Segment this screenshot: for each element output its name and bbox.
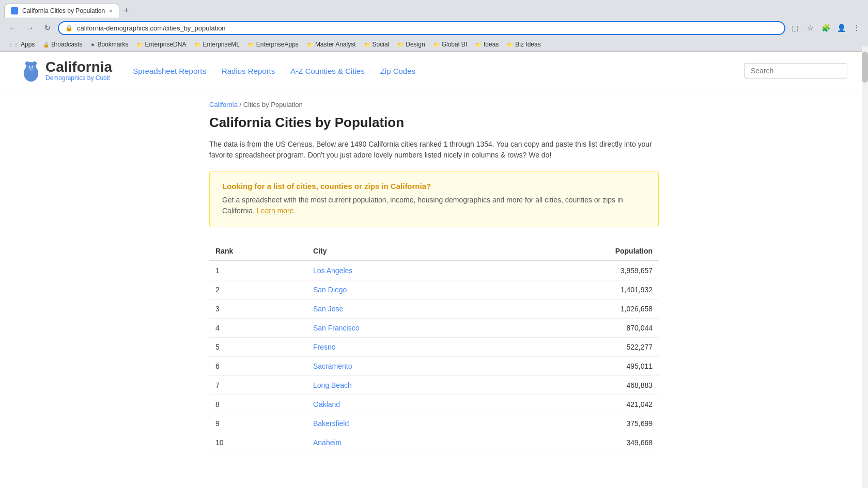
cell-population: 522,277 xyxy=(497,338,659,357)
cell-population: 1,401,932 xyxy=(497,280,659,300)
bookmark-global-bi[interactable]: 📁 Global BI xyxy=(430,40,470,49)
folder-icon-globalbi: 📁 xyxy=(433,42,440,48)
bookmark-apps-label: Apps xyxy=(21,41,35,48)
logo-sub-text: Demographics by Cubit xyxy=(45,74,112,82)
city-link[interactable]: San Francisco xyxy=(313,324,359,332)
scrollbar-thumb[interactable] xyxy=(862,52,868,83)
city-link[interactable]: Anaheim xyxy=(313,438,342,447)
breadcrumb-separator: / xyxy=(240,101,243,108)
back-button[interactable]: ← xyxy=(5,21,20,35)
bookmark-enterprise-apps-label: EnterpriseApps xyxy=(256,41,299,48)
cell-city: Fresno xyxy=(307,338,497,357)
bookmark-master-analyst[interactable]: 📁 Master Analyst xyxy=(304,40,359,49)
table-row: 10Anaheim349,668 xyxy=(209,433,659,452)
bookmark-enterprise-ml[interactable]: 📁 EnterpriseML xyxy=(191,40,242,49)
address-bar[interactable]: 🔒 california-demographics.com/cities_by_… xyxy=(58,21,785,35)
table-row: 4San Francisco870,044 xyxy=(209,319,659,338)
cell-population: 1,026,658 xyxy=(497,300,659,319)
cell-rank: 4 xyxy=(209,319,307,338)
folder-icon-apps: 📁 xyxy=(248,42,254,48)
bookmark-broadcasts[interactable]: 🔒 Broadcasts xyxy=(40,40,85,49)
callout-learn-more-link[interactable]: Learn more. xyxy=(257,207,296,215)
california-bear-icon xyxy=(21,58,41,84)
tab-favicon xyxy=(11,7,18,14)
nav-radius-reports[interactable]: Radius Reports xyxy=(222,67,275,75)
city-link[interactable]: Oakland xyxy=(313,400,340,408)
cell-rank: 5 xyxy=(209,338,307,357)
forward-button[interactable]: → xyxy=(23,21,37,35)
url-text: california-demographics.com/cities_by_po… xyxy=(77,24,778,32)
folder-icon-analyst: 📁 xyxy=(307,42,313,48)
cell-rank: 7 xyxy=(209,376,307,395)
toolbar-icons: ⬚ ☆ 🧩 👤 ⋮ xyxy=(788,22,863,34)
cell-rank: 6 xyxy=(209,357,307,376)
tab-bar: California Cities by Population × + xyxy=(0,0,868,18)
bookmarks-bar: ⋮⋮ Apps 🔒 Broadcasts ★ Bookmarks 📁 Enter… xyxy=(0,38,868,51)
bookmark-ideas[interactable]: 📁 Ideas xyxy=(472,40,502,49)
tab-close-button[interactable]: × xyxy=(109,8,112,14)
table-body: 1Los Angeles3,959,6572San Diego1,401,932… xyxy=(209,261,659,452)
menu-icon[interactable]: ⋮ xyxy=(850,22,863,34)
cell-rank: 3 xyxy=(209,300,307,319)
browser-scrollbar[interactable] xyxy=(862,46,868,465)
svg-point-2 xyxy=(25,61,29,66)
col-population: Population xyxy=(497,242,659,261)
city-link[interactable]: Fresno xyxy=(313,343,336,351)
table-row: 2San Diego1,401,932 xyxy=(209,280,659,300)
bookmark-ideas-label: Ideas xyxy=(484,41,499,48)
table-header: Rank City Population xyxy=(209,242,659,261)
logo-area[interactable]: California Demographics by Cubit xyxy=(21,58,112,84)
col-city: City xyxy=(307,242,497,261)
breadcrumb: California / Cities by Population xyxy=(209,101,659,108)
search-input[interactable] xyxy=(744,63,847,78)
cell-rank: 8 xyxy=(209,395,307,414)
page-title: California Cities by Population xyxy=(209,115,659,131)
broadcasts-icon: 🔒 xyxy=(43,42,49,48)
nav-az-counties-cities[interactable]: A-Z Counties & Cities xyxy=(290,67,364,75)
bookmark-biz-ideas[interactable]: 📁 Biz Ideas xyxy=(504,40,544,49)
cell-city: San Diego xyxy=(307,280,497,300)
cell-population: 870,044 xyxy=(497,319,659,338)
city-link[interactable]: Long Beach xyxy=(313,381,352,389)
browser-chrome: California Cities by Population × + ← → … xyxy=(0,0,868,52)
bookmark-global-bi-label: Global BI xyxy=(442,41,467,48)
breadcrumb-current: Cities by Population xyxy=(243,101,303,108)
city-link[interactable]: San Jose xyxy=(313,305,343,313)
city-link[interactable]: Los Angeles xyxy=(313,266,352,275)
refresh-button[interactable]: ↻ xyxy=(40,21,55,35)
bookmark-enterprise-dna[interactable]: 📁 EnterpriseDNA xyxy=(133,40,189,49)
cell-population: 3,959,657 xyxy=(497,261,659,280)
cell-city: Bakersfield xyxy=(307,414,497,433)
logo-text: California Demographics by Cubit xyxy=(45,60,112,82)
bookmark-social[interactable]: 📁 Social xyxy=(361,40,393,49)
profile-icon[interactable]: 👤 xyxy=(835,22,847,34)
bookmark-star-icon[interactable]: ☆ xyxy=(804,22,816,34)
nav-spreadsheet-reports[interactable]: Spreadsheet Reports xyxy=(133,67,206,75)
cell-city: Long Beach xyxy=(307,376,497,395)
city-link[interactable]: Sacramento xyxy=(313,362,352,370)
bookmark-enterprise-dna-label: EnterpriseDNA xyxy=(145,41,186,48)
city-link[interactable]: San Diego xyxy=(313,286,347,294)
cell-population: 349,668 xyxy=(497,433,659,452)
bookmark-design[interactable]: 📁 Design xyxy=(394,40,428,49)
tab-title: California Cities by Population xyxy=(22,7,105,14)
cast-icon[interactable]: ⬚ xyxy=(788,22,801,34)
new-tab-button[interactable]: + xyxy=(119,3,134,18)
active-tab[interactable]: California Cities by Population × xyxy=(4,4,119,18)
bookmarks-star-icon: ★ xyxy=(90,42,95,48)
extension-icon[interactable]: 🧩 xyxy=(819,22,832,34)
city-link[interactable]: Bakersfield xyxy=(313,419,349,428)
folder-icon-design: 📁 xyxy=(397,42,404,48)
website: California Demographics by Cubit Spreads… xyxy=(0,52,868,465)
cell-rank: 10 xyxy=(209,433,307,452)
bookmark-enterprise-apps[interactable]: 📁 EnterpriseApps xyxy=(245,40,302,49)
nav-zip-codes[interactable]: Zip Codes xyxy=(380,67,415,75)
security-lock-icon: 🔒 xyxy=(65,24,73,32)
breadcrumb-home-link[interactable]: California xyxy=(209,101,238,108)
bookmark-bookmarks[interactable]: ★ Bookmarks xyxy=(87,40,131,49)
cell-population: 375,699 xyxy=(497,414,659,433)
bookmark-master-analyst-label: Master Analyst xyxy=(315,41,356,48)
callout-text: Get a spreadsheet with the most current … xyxy=(222,195,646,216)
apps-icon: ⋮⋮ xyxy=(8,42,19,48)
bookmark-apps[interactable]: ⋮⋮ Apps xyxy=(5,40,38,49)
